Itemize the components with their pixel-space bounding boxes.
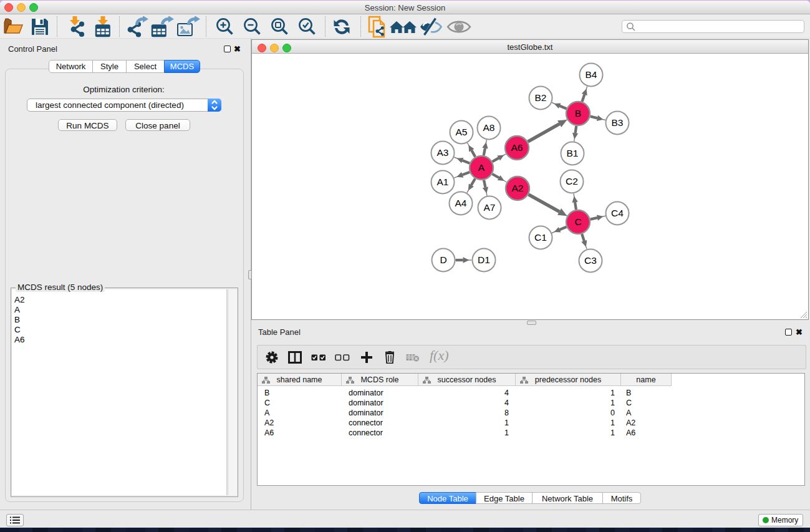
svg-text:A7: A7 [484, 202, 496, 213]
svg-text:C1: C1 [534, 232, 547, 243]
svg-text:A6: A6 [511, 142, 523, 153]
svg-text:D1: D1 [478, 254, 490, 265]
svg-text:A: A [478, 162, 485, 173]
svg-text:A1: A1 [437, 177, 449, 187]
svg-text:C4: C4 [611, 208, 624, 218]
svg-text:C2: C2 [566, 176, 578, 186]
svg-text:C3: C3 [584, 255, 597, 266]
svg-text:A5: A5 [456, 127, 468, 137]
svg-text:B1: B1 [567, 148, 579, 158]
svg-text:B2: B2 [535, 92, 547, 103]
svg-text:B3: B3 [612, 117, 624, 128]
svg-text:A8: A8 [483, 122, 495, 133]
svg-text:B: B [575, 108, 581, 118]
svg-text:D: D [440, 254, 446, 265]
svg-text:C: C [574, 216, 581, 227]
svg-text:A2: A2 [512, 183, 524, 193]
svg-text:A4: A4 [455, 198, 467, 208]
svg-text:A3: A3 [437, 147, 449, 158]
svg-text:B4: B4 [586, 69, 597, 80]
